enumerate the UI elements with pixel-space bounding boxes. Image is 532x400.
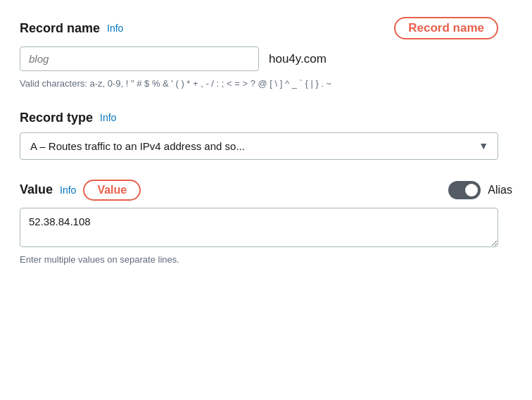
record-name-tooltip-badge: Record name [394,17,498,39]
toggle-track [448,181,481,199]
record-type-section: Record type Info A – Routes traffic to a… [20,111,512,160]
record-type-select[interactable]: A – Routes traffic to an IPv4 address an… [20,132,498,160]
value-textarea[interactable]: 52.38.84.108 [20,208,498,247]
record-name-label-row: Record name Info Record name [20,17,512,39]
record-type-info-link[interactable]: Info [100,112,116,123]
record-type-label-row: Record type Info [20,111,512,125]
value-label: Value [20,182,53,197]
toggle-thumb [465,184,478,196]
record-name-info-link[interactable]: Info [107,23,123,34]
alias-toggle-group: Alias [448,181,512,199]
value-section: Value Info Value Alias 52.38.84.108 Ente… [20,180,512,265]
record-type-label: Record type [20,111,93,125]
record-name-input-row: hou4y.com [20,46,512,71]
alias-toggle[interactable] [448,181,481,199]
alias-label: Alias [488,184,512,196]
domain-suffix: hou4y.com [269,52,327,66]
value-label-row: Value Info Value Alias [20,180,512,201]
record-name-label: Record name [20,21,100,36]
value-badge: Value [83,180,141,201]
record-name-input[interactable] [20,46,259,71]
valid-chars-text: Valid characters: a-z, 0-9, ! " # $ % & … [20,77,498,91]
value-helper-text: Enter multiple values on separate lines. [20,254,512,265]
record-name-section: Record name Info Record name hou4y.com V… [20,17,512,91]
value-info-link[interactable]: Info [60,185,76,196]
record-type-select-wrapper: A – Routes traffic to an IPv4 address an… [20,132,498,160]
